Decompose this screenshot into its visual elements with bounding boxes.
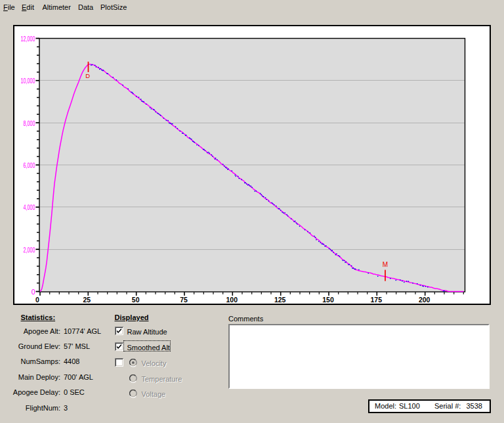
svg-text:200: 200 — [419, 296, 430, 304]
svg-text:M: M — [383, 261, 388, 268]
svg-text:50: 50 — [132, 296, 140, 304]
svg-text:12,000: 12,000 — [21, 35, 35, 43]
svg-text:10,000: 10,000 — [21, 77, 35, 85]
svg-text:0: 0 — [35, 296, 39, 304]
svg-text:175: 175 — [371, 296, 383, 304]
svg-text:8,000: 8,000 — [24, 119, 35, 127]
svg-text:2,000: 2,000 — [24, 246, 35, 254]
svg-text:D: D — [85, 72, 90, 79]
svg-text:0: 0 — [32, 288, 35, 296]
svg-text:75: 75 — [180, 296, 188, 304]
svg-text:100: 100 — [226, 296, 238, 304]
svg-text:6,000: 6,000 — [24, 161, 35, 169]
svg-text:125: 125 — [274, 296, 286, 304]
svg-text:4,000: 4,000 — [24, 203, 35, 211]
svg-text:25: 25 — [83, 296, 91, 304]
svg-text:150: 150 — [322, 296, 334, 304]
